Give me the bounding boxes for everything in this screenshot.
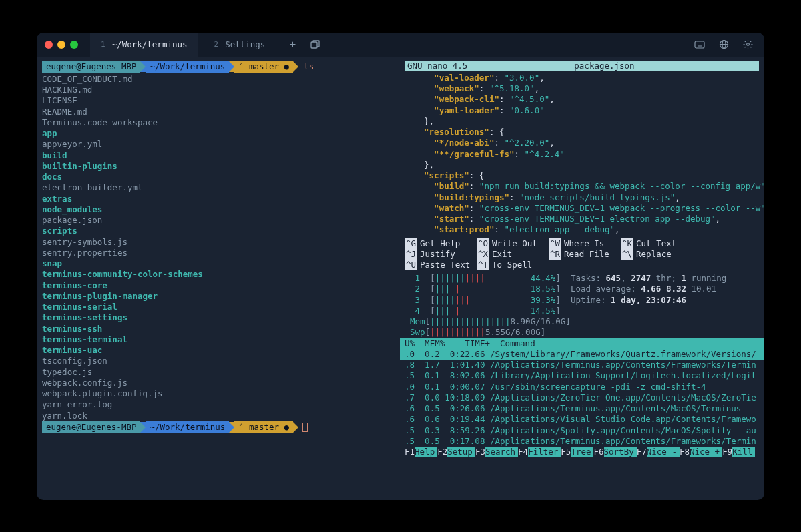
keyboard-icon[interactable] [691, 36, 708, 53]
cpu-meter: 4 [||| | 14.5%] [400, 306, 764, 316]
directory-entry: app [42, 128, 395, 139]
fkey[interactable]: F6 [593, 447, 603, 457]
tab-terminal[interactable]: 1 ~/Work/terminus [90, 33, 198, 57]
terminal-pane-right: GNU nano 4.5 package.json "val-loader": … [400, 57, 764, 500]
nano-version: GNU nano 4.5 [407, 61, 467, 71]
globe-icon[interactable] [715, 36, 732, 53]
tab-settings[interactable]: 2 Settings [204, 33, 276, 57]
dirty-dot-icon: ● [284, 422, 290, 432]
prompt-branch: ᚶ master ● [234, 61, 293, 73]
cpu-meter: 2 [||| | 18.5%] Load average: 4.66 8.32 … [400, 284, 764, 294]
fkey-label: SortBy [604, 447, 637, 457]
file-entry: yarn.lock [42, 411, 395, 421]
process-row[interactable]: .0 0.1 0:00.07 /usr/sbin/screencapture -… [400, 382, 764, 392]
nano-pane[interactable]: GNU nano 4.5 package.json "val-loader": … [400, 57, 764, 270]
svg-rect-0 [311, 42, 317, 48]
code-line: "webpack": "^5.18.0", [400, 83, 764, 94]
process-row[interactable]: .8 1.7 1:01.40 /Applications/Terminus.ap… [400, 360, 764, 370]
fkey[interactable]: F4 [518, 447, 528, 457]
process-row[interactable]: .6 0.5 0:26.06 /Applications/Terminus.ap… [400, 403, 764, 414]
code-line: "watch": "cross-env TERMINUS_DEV=1 webpa… [400, 203, 764, 214]
process-row[interactable]: .5 0.5 0:17.08 /Applications/Terminus.ap… [400, 436, 764, 447]
terminal-pane-left[interactable]: eugene@Eugenes-MBP ~/Work/terminus ᚶ mas… [37, 57, 400, 500]
chevron-right-icon [140, 61, 146, 72]
file-entry: sentry.properties [42, 248, 395, 258]
file-entry: Terminus.code-workspace [42, 117, 395, 128]
directory-entry: builtin-plugins [42, 161, 395, 172]
prompt-path: ~/Work/terminus [146, 61, 229, 73]
fkey[interactable]: F7 [637, 447, 647, 457]
nano-titlebar: GNU nano 4.5 package.json [405, 61, 759, 71]
cpu-meter: 1 [|||||||||| 44.4%] Tasks: 645, 2747 th… [400, 273, 764, 284]
htop-meters: 1 [|||||||||| 44.4%] Tasks: 645, 2747 th… [400, 273, 764, 338]
directory-entry: terminus-community-color-schemes [42, 269, 395, 280]
fkey-label: Tree [571, 447, 593, 457]
right-controls [691, 36, 756, 53]
windows-icon[interactable] [306, 36, 324, 53]
directory-entry: node_modules [42, 204, 395, 215]
directory-entry: terminus-uac [42, 345, 395, 356]
fkey-label: Kill [732, 447, 755, 457]
gear-icon[interactable] [739, 36, 756, 53]
nano-shortcut: ^OWrite Out [477, 238, 549, 249]
fkey[interactable]: F2 [437, 447, 447, 457]
directory-entry: terminus-settings [42, 312, 395, 323]
fkey[interactable]: F9 [722, 447, 732, 457]
fkey-label: Nice - [647, 447, 680, 457]
shell-prompt: eugene@Eugenes-MBP ~/Work/terminus ᚶ mas… [42, 61, 395, 73]
cpu-meter: 3 [||||||| 39.3%] Uptime: 1 day, 23:07:4… [400, 295, 764, 306]
process-row[interactable]: .7 0.0 10:18.09 /Applications/ZeroTier O… [400, 392, 764, 403]
titlebar: 1 ~/Work/terminus 2 Settings + [37, 33, 764, 57]
new-tab-icon[interactable]: + [284, 36, 301, 53]
nano-shortcut: ^RRead File [549, 249, 621, 260]
fkey[interactable]: F3 [475, 447, 485, 457]
close-icon[interactable] [45, 41, 53, 49]
window-controls [45, 41, 78, 49]
pane-container: eugene@Eugenes-MBP ~/Work/terminus ᚶ mas… [37, 57, 764, 500]
prompt-user: eugene@Eugenes-MBP [42, 421, 140, 433]
code-line: "resolutions": { [400, 127, 764, 138]
nano-content: "val-loader": "3.0.0", "webpack": "^5.18… [400, 73, 764, 236]
htop-pane[interactable]: 1 [|||||||||| 44.4%] Tasks: 645, 2747 th… [400, 269, 764, 499]
dirty-dot-icon: ● [284, 61, 290, 71]
process-row[interactable]: .5 0.1 8:02.06 /Library/Application Supp… [400, 370, 764, 381]
code-line: "webpack-cli": "^4.5.0", [400, 94, 764, 105]
fkey-label: Nice + [690, 447, 722, 457]
process-row[interactable]: .0 0.2 0:22.66 /System/Library/Framework… [400, 349, 764, 360]
file-entry: sentry-symbols.js [42, 237, 395, 248]
tab-number: 2 [214, 40, 219, 49]
file-entry: electron-builder.yml [42, 182, 395, 193]
process-row[interactable]: .5 0.3 8:59.26 /Applications/Spotify.app… [400, 425, 764, 436]
svg-rect-1 [695, 41, 704, 48]
branch-icon: ᚶ [238, 61, 244, 71]
file-entry: appveyor.yml [42, 139, 395, 150]
shell-prompt: eugene@Eugenes-MBP ~/Work/terminus ᚶ mas… [42, 421, 395, 433]
chevron-right-icon [229, 61, 234, 72]
nano-filename: package.json [574, 61, 634, 71]
fkey[interactable]: F1 [405, 447, 415, 457]
nano-shortcut: ^XExit [477, 249, 549, 260]
chevron-right-icon [140, 422, 146, 433]
file-entry: tsconfig.json [42, 356, 395, 366]
code-line: "val-loader": "3.0.0", [400, 73, 764, 83]
nano-shortcuts: ^GGet Help^OWrite Out^WWhere Is^KCut Tex… [400, 236, 764, 274]
directory-entry: terminus-ssh [42, 324, 395, 334]
code-line: "**/graceful-fs": "^4.2.4" [400, 149, 764, 160]
code-line: "start": "cross-env TERMINUS_DEV=1 elect… [400, 214, 764, 224]
tab-label: Settings [225, 39, 265, 49]
file-entry: LICENSE [42, 95, 395, 106]
fkey[interactable]: F5 [561, 447, 571, 457]
tab-actions: + [284, 36, 324, 53]
directory-entry: terminus-core [42, 280, 395, 291]
directory-entry: terminus-serial [42, 302, 395, 312]
app-window: 1 ~/Work/terminus 2 Settings + [37, 33, 764, 500]
maximize-icon[interactable] [70, 41, 78, 49]
directory-entry: terminus-terminal [42, 334, 395, 345]
process-row[interactable]: .6 0.6 0:19.44 /Applications/Visual Stud… [400, 414, 764, 425]
minimize-icon[interactable] [57, 41, 65, 49]
code-line: "*/node-abi": "^2.20.0", [400, 138, 764, 148]
file-entry: CODE_OF_CONDUCT.md [42, 74, 395, 85]
fkey[interactable]: F8 [680, 447, 690, 457]
shell-command: ls [304, 61, 314, 72]
prompt-path: ~/Work/terminus [146, 421, 229, 433]
